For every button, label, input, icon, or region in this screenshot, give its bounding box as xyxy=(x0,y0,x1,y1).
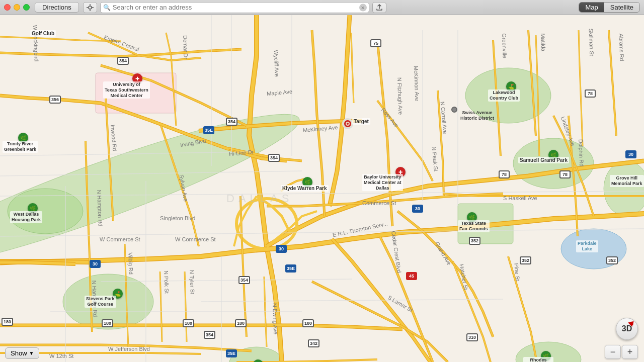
poi-label-trinity: Trinity RiverGreenbelt Park xyxy=(3,141,38,153)
3d-label: 3D xyxy=(622,324,632,333)
chevron-down-icon: ▼ xyxy=(29,350,34,356)
poi-label-stevens: Stevens ParkGolf Course xyxy=(85,296,116,308)
search-icon: 🔍 xyxy=(103,4,111,11)
highway-badge-180-3: 180 xyxy=(183,319,194,327)
3d-button[interactable]: 3D xyxy=(616,318,638,340)
highway-badge-75: 75 xyxy=(370,39,381,47)
highway-badge-180-4: 180 xyxy=(235,319,247,327)
interstate-badge-35e-1: 35E xyxy=(203,126,214,134)
minimize-button[interactable] xyxy=(14,4,20,11)
poi-label-swiss: Swiss AvenueHistoric District xyxy=(459,110,496,122)
poi-label-utswmc: University ofTexas SouthwesternMedical C… xyxy=(103,81,150,99)
highway-badge-354-1: 354 xyxy=(117,57,129,65)
poi-label-klyde-warren: Klyde Warren Park xyxy=(281,185,329,192)
interstate-badge-35e-2: 35E xyxy=(285,264,296,273)
highway-badge-354-5: 354 xyxy=(204,331,215,339)
share-button[interactable] xyxy=(372,2,386,13)
poi-label-lakewood: LakewoodCountry Club xyxy=(488,89,520,102)
highway-badge-180-5: 180 xyxy=(302,319,314,327)
svg-point-0 xyxy=(89,6,92,9)
close-button[interactable] xyxy=(4,4,11,11)
interstate-badge-30-2: 30 xyxy=(412,205,423,213)
interstate-badge-30-3: 30 xyxy=(90,260,101,268)
poi-swiss xyxy=(451,107,457,113)
highway-badge-356: 356 xyxy=(49,96,61,104)
highway-badge-354-2: 354 xyxy=(226,118,237,126)
map-container[interactable]: DALLAS Maple Ave Irving Blvd Hi-Line Dr … xyxy=(0,15,644,362)
highway-badge-352-2: 352 xyxy=(520,256,531,264)
svg-point-13 xyxy=(604,161,644,216)
maximize-button[interactable] xyxy=(23,4,30,11)
poi-label-parkdale: ParkdaleLake xyxy=(576,240,598,252)
current-location-button[interactable] xyxy=(83,2,97,13)
search-input[interactable] xyxy=(100,2,369,13)
poi-label-baylor: Baylor UniversityMedical Center atDallas xyxy=(362,174,403,191)
poi-label-grovehill: Grove HillMemorial Park xyxy=(610,175,644,187)
titlebar: Directions 🔍 ✕ Map Satellite xyxy=(0,0,644,15)
highway-badge-78-3: 78 xyxy=(499,170,510,178)
zoom-out-button[interactable]: − xyxy=(605,345,621,359)
poi-target[interactable] xyxy=(342,118,353,129)
bottom-bar: Show ▼ xyxy=(0,344,644,362)
highway-badge-78-2: 78 xyxy=(559,170,571,178)
highway-badge-180-1: 180 xyxy=(2,318,13,326)
interstate-badge-30-4: 30 xyxy=(276,245,287,253)
highway-badge-310: 310 xyxy=(466,333,478,341)
show-button[interactable]: Show ▼ xyxy=(5,347,39,359)
map-satellite-toggle: Map Satellite xyxy=(579,2,640,13)
highway-badge-352-3: 352 xyxy=(606,256,618,264)
traffic-lights xyxy=(4,4,30,11)
zoom-controls: − + xyxy=(605,345,638,359)
highway-badge-180-2: 180 xyxy=(102,319,113,327)
highway-badge-78-1: 78 xyxy=(585,89,596,98)
highway-badge-354-3: 354 xyxy=(268,154,280,162)
satellite-view-button[interactable]: Satellite xyxy=(604,3,639,12)
poi-label-samuell: Samuell Grand Park xyxy=(518,157,569,163)
map-view-button[interactable]: Map xyxy=(579,3,604,12)
directions-button[interactable]: Directions xyxy=(35,2,79,13)
zoom-in-button[interactable]: + xyxy=(622,345,638,359)
search-container: 🔍 ✕ xyxy=(100,2,369,13)
interstate-badge-45: 45 xyxy=(406,272,417,280)
search-clear-button[interactable]: ✕ xyxy=(359,4,367,11)
poi-label-westdallas: West DallasHousing Park xyxy=(10,211,42,223)
highway-badge-354-4: 354 xyxy=(238,276,250,284)
poi-label-golfclub: Golf Club xyxy=(30,30,56,37)
highway-badge-352-1: 352 xyxy=(469,237,480,245)
show-label: Show xyxy=(11,349,27,357)
poi-label-fairgrounds: Texas StateFair Grounds xyxy=(458,220,490,232)
interstate-badge-30-1: 30 xyxy=(625,150,636,158)
poi-label-target: Target xyxy=(352,118,370,125)
